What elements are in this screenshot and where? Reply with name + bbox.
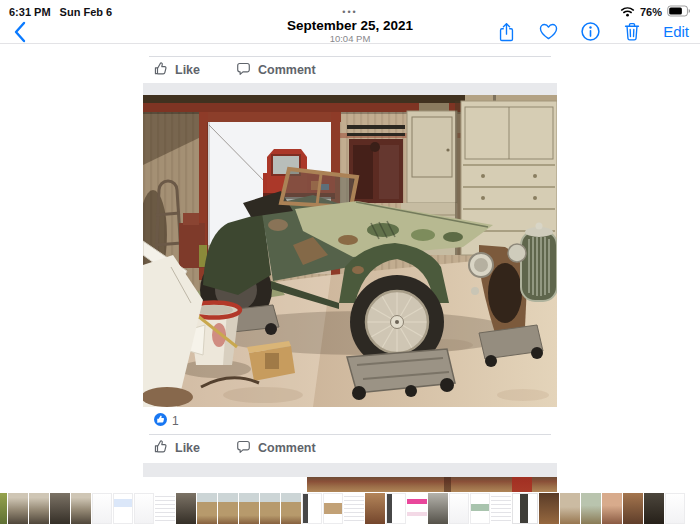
thumbnail[interactable] [344,493,364,524]
thumbnail-strip[interactable] [0,492,700,525]
thumbnail[interactable] [407,493,427,524]
multitasking-indicator[interactable]: ••• [0,8,700,16]
reaction-count: 1 [172,414,179,428]
info-icon[interactable] [579,20,601,43]
back-button[interactable] [13,21,35,43]
thumbnail[interactable] [239,493,259,524]
thumb-up-icon [153,61,168,79]
comment-label: Comment [258,441,316,455]
heart-icon[interactable] [537,20,559,43]
like-button-row: Like [153,439,200,457]
post-photo [143,95,557,407]
thumbnail[interactable] [197,493,217,524]
thumbnail[interactable] [302,493,322,524]
trash-icon[interactable] [621,20,643,43]
thumbnail[interactable] [281,493,301,524]
thumb-up-icon [153,439,168,457]
edit-button[interactable]: Edit [663,20,689,43]
thumbnail[interactable] [29,493,49,524]
post-footer: 1 Like Comment [143,407,557,463]
thumbnail[interactable] [581,493,601,524]
comment-label: Comment [258,63,316,77]
comment-bubble-icon [236,62,251,79]
comment-button-row: Comment [236,440,316,457]
feed-gap [143,463,557,477]
previous-post-actions: Like Comment [143,44,557,83]
thumbnail[interactable] [50,493,70,524]
comment-button-row: Comment [236,62,316,79]
thumbnail[interactable] [665,493,685,524]
thumbnail[interactable] [176,493,196,524]
thumbnail[interactable] [560,493,580,524]
like-label: Like [175,63,200,77]
next-post-preview [143,477,557,492]
thumbnail[interactable] [386,493,406,524]
thumbnail[interactable] [623,493,643,524]
thumbnail[interactable] [602,493,622,524]
comment-bubble-icon [236,440,251,457]
share-icon[interactable] [495,20,517,43]
thumbnail[interactable] [71,493,91,524]
thumbnail[interactable] [218,493,238,524]
thumbnail[interactable] [8,493,28,524]
thumbnail-current[interactable] [512,493,538,524]
thumbnail[interactable] [92,493,112,524]
thumbnail[interactable] [134,493,154,524]
thumbnail[interactable] [539,493,559,524]
viewed-screenshot[interactable]: Like Comment [143,44,557,492]
thumbnail[interactable] [0,493,7,524]
facebook-thumb-badge-icon [154,412,167,430]
thumbnail[interactable] [113,493,133,524]
thumbnail[interactable] [155,493,175,524]
thumbnail[interactable] [644,493,664,524]
thumbnail[interactable] [491,493,511,524]
next-post-photo [307,477,557,492]
photo-viewer: Like Comment [0,44,700,492]
thumbnail[interactable] [428,493,448,524]
like-button-row: Like [153,61,200,79]
thumbnail[interactable] [365,493,385,524]
thumbnail[interactable] [470,493,490,524]
next-post-white [143,477,307,492]
nav-actions: Edit [495,20,689,43]
photos-app: 6:31 PM Sun Feb 6 76% ••• September 25, … [0,0,700,525]
header-bar: 6:31 PM Sun Feb 6 76% ••• September 25, … [0,0,700,44]
like-label: Like [175,441,200,455]
feed-gap [143,83,557,95]
thumbnail[interactable] [449,493,469,524]
thumbnail[interactable] [260,493,280,524]
thumbnail[interactable] [323,493,343,524]
